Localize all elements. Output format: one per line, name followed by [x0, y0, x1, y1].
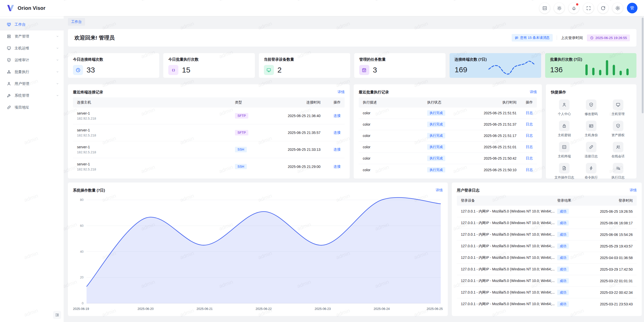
- status-badge: 执行完成: [427, 110, 445, 116]
- connect-time: 2025-06-25 21:35:57: [263, 131, 320, 135]
- chevron-down-icon: [56, 35, 59, 38]
- avatar[interactable]: 管: [627, 3, 637, 13]
- welcome-title: 欢迎回来! 管理员: [74, 34, 115, 41]
- sidebar-item-host-ops[interactable]: 主机运维: [0, 42, 64, 54]
- header-actions: 管: [539, 3, 644, 13]
- table-row: color 执行完成 2025-06-25 21:50:42 日志: [359, 153, 537, 164]
- batch-7d-sparkline: [583, 60, 631, 75]
- table-header: 登录设备 登录结果 登录时间: [457, 196, 637, 206]
- theme-toggle-button[interactable]: [554, 3, 565, 13]
- chevron-down-icon: [56, 47, 59, 50]
- last-login-time-badge: 2025-06-25 19:26:55: [587, 34, 630, 41]
- login-time: 2025-03-29 17:42:50: [584, 267, 633, 271]
- stat-title: 今日批量执行次数: [168, 57, 250, 62]
- quick-op-online-sessions[interactable]: 在线会话: [605, 141, 631, 160]
- breadcrumb[interactable]: 工作台: [68, 18, 85, 26]
- sidebar-item-batch-exec[interactable]: 批量执行: [0, 66, 64, 78]
- table-row: 127.0.0.1 - 内网IP - Mozilla/5.0 (Windows …: [457, 206, 637, 217]
- log-link[interactable]: 日志: [526, 156, 533, 160]
- sidebar-item-label: 系统管理: [15, 93, 29, 98]
- unread-messages-badge[interactable]: 您有 15 条未读消息: [512, 34, 553, 42]
- table-row: 127.0.0.1 - 内网IP - Mozilla/5.0 (Windows …: [457, 229, 637, 240]
- sidebar-item-project-link[interactable]: 项目地址: [0, 101, 64, 113]
- sidebar-item-assets[interactable]: 资产管理: [0, 30, 64, 42]
- table-row: server-1182.92.5.218 SFTP 2025-06-25 21:…: [73, 108, 345, 124]
- refresh-button[interactable]: [598, 3, 608, 13]
- connect-link[interactable]: 连接: [334, 164, 341, 168]
- main-content: 工作台 欢迎回来! 管理员 您有 15 条未读消息 上次登录时间 2025-06…: [64, 16, 644, 322]
- svg-text:2025-06-22: 2025-06-22: [256, 307, 272, 311]
- quick-op-change-password[interactable]: 修改密码: [578, 98, 605, 117]
- notifications-button[interactable]: [569, 3, 579, 13]
- quick-op-exec-log[interactable]: 执行日志: [605, 162, 631, 181]
- result-badge: 成功: [557, 255, 569, 261]
- fullscreen-button[interactable]: [583, 3, 594, 13]
- refresh-icon: [600, 6, 606, 11]
- login-time: 2025-03-22 00:42:34: [584, 291, 633, 295]
- quick-op-host-identity[interactable]: 主机身份: [578, 120, 605, 138]
- log-link[interactable]: 日志: [526, 168, 533, 172]
- monitor-icon: [7, 46, 11, 51]
- host-ip: 182.92.5.218: [77, 117, 235, 120]
- connect-link[interactable]: 连接: [334, 114, 341, 118]
- log-link[interactable]: 日志: [526, 145, 533, 149]
- sidebar-item-system-mgmt[interactable]: 系统管理: [0, 90, 64, 101]
- sidebar-item-user-mgmt[interactable]: 用户管理: [0, 78, 64, 90]
- quick-op-host-key[interactable]: 主机密钥: [551, 120, 578, 138]
- login-logs-detail-link[interactable]: 详情: [630, 188, 637, 193]
- scrollbar-thumb[interactable]: [642, 18, 643, 113]
- exec-desc: color: [363, 156, 427, 160]
- connect-link[interactable]: 连接: [334, 147, 341, 151]
- table-row: color 执行完成 2025-06-25 21:51:17 日志: [359, 130, 537, 141]
- sidebar-collapse-button[interactable]: [53, 311, 61, 319]
- braces-icon: [168, 65, 178, 75]
- stat-title: 管理的任务数量: [359, 57, 440, 62]
- sidebar-item-label: 批量执行: [15, 69, 29, 74]
- connect-time: 2025-06-25 21:33:13: [263, 148, 320, 152]
- panel-title: 系统操作数量 (7日): [73, 188, 105, 193]
- connect-link[interactable]: 连接: [334, 130, 341, 134]
- system-ops-chart-panel: 系统操作数量 (7日) 详情 0204060802025-06-192025-0…: [68, 183, 448, 316]
- system-chart-detail-link[interactable]: 详情: [436, 188, 443, 193]
- panel-title: 最近批量执行记录: [359, 90, 389, 95]
- quick-op-host-mgmt[interactable]: 主机管理: [605, 98, 631, 117]
- quick-op-label: 主机密钥: [558, 133, 571, 137]
- svg-text:40: 40: [80, 250, 84, 254]
- sidebar-item-workbench[interactable]: 工作台: [0, 19, 64, 30]
- top-header: Orion Visor 管: [0, 0, 644, 16]
- brand-logo[interactable]: Orion Visor: [0, 4, 46, 12]
- exec-desc: color: [363, 134, 427, 138]
- terminal-records-panel: 最近终端连接记录 详情 连接主机 类型 连接时间 操作 server-1182.…: [68, 84, 350, 178]
- brand-name: Orion Visor: [18, 5, 46, 11]
- batch-records-detail-link[interactable]: 详情: [530, 90, 537, 94]
- quick-op-asset-auth[interactable]: 资产授权: [605, 120, 631, 138]
- orion-visor-dashboard: Orion Visor 管 工作台 资产管理 主机运维: [0, 0, 644, 322]
- column-header: 连接主机: [77, 100, 235, 105]
- message-icon: [515, 36, 518, 40]
- settings-button[interactable]: [612, 3, 623, 13]
- column-header: 连接时间: [263, 100, 320, 105]
- quick-op-host-terminal[interactable]: 主机终端: [551, 141, 578, 160]
- log-link[interactable]: 日志: [526, 133, 533, 137]
- quick-op-personal-center[interactable]: 个人中心: [551, 98, 578, 117]
- quick-op-command-exec[interactable]: 命令执行: [578, 162, 605, 181]
- svg-text:60: 60: [80, 224, 84, 228]
- shield-check-icon: [586, 99, 596, 110]
- connect-time: 2025-06-25 21:36:40: [263, 114, 320, 118]
- terminal-records-detail-link[interactable]: 详情: [338, 90, 345, 94]
- file-text-icon: [559, 163, 570, 173]
- sidebar-item-audit[interactable]: 运维审计: [0, 54, 64, 66]
- quick-op-file-op-log[interactable]: 文件操作日志: [551, 162, 578, 181]
- log-link[interactable]: 日志: [526, 111, 533, 115]
- sidebar-item-label: 用户管理: [15, 81, 29, 86]
- connect-time: 2025-06-25 21:29:00: [263, 165, 320, 169]
- log-link[interactable]: 日志: [526, 122, 533, 126]
- quick-op-connect-log[interactable]: 连接日志: [578, 141, 605, 160]
- column-header: 类型: [235, 100, 263, 105]
- link-icon: [7, 105, 11, 110]
- orion-visor-logo-icon: [7, 4, 15, 12]
- stat-card-login-devices: 当前登录设备数量 2: [259, 53, 350, 78]
- dev-tools-button[interactable]: [539, 3, 550, 13]
- clock-icon: [590, 36, 594, 40]
- exec-time: 2025-06-25 21:50:42: [462, 156, 516, 160]
